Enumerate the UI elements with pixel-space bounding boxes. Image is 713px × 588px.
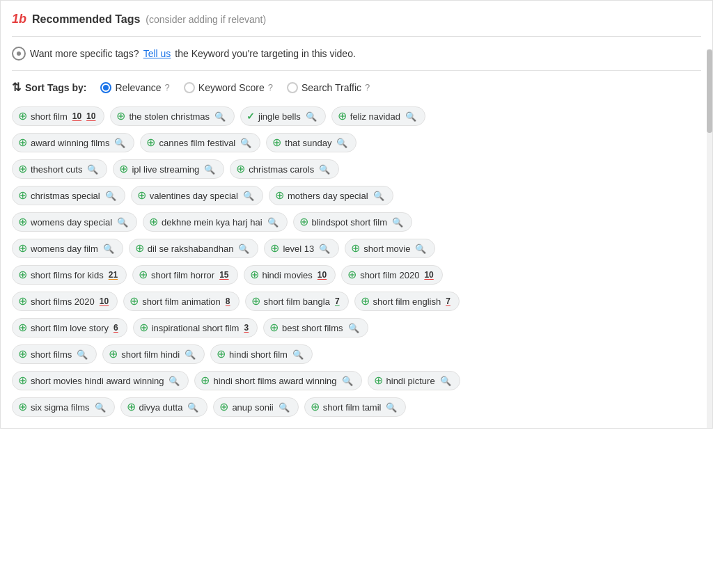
tag-pill[interactable]: ⊕short film english7: [354, 292, 460, 311]
tell-us-link[interactable]: Tell us: [143, 48, 171, 59]
tag-search-icon[interactable]: 🔍: [87, 164, 98, 175]
tag-badge: 8: [226, 296, 230, 306]
tag-pill[interactable]: ⊕christmas carols🔍: [230, 159, 339, 179]
tag-search-icon[interactable]: 🔍: [267, 217, 279, 228]
specific-tags-row: Want more specific tags? Tell us the Key…: [12, 47, 701, 71]
tag-search-icon[interactable]: 🔍: [336, 138, 347, 148]
tag-pill[interactable]: ⊕that sunday🔍: [266, 133, 356, 152]
tag-search-icon[interactable]: 🔍: [319, 244, 330, 254]
relevance-help-icon[interactable]: ?: [165, 82, 170, 93]
tag-pill[interactable]: ⊕ipl live streaming🔍: [113, 159, 224, 179]
tag-pill[interactable]: ⊕hindi short films award winning🔍: [194, 371, 361, 390]
tag-search-icon[interactable]: 🔍: [240, 138, 251, 148]
tag-pill[interactable]: ⊕short film 202010: [341, 265, 443, 285]
scrollbar-thumb[interactable]: [707, 49, 712, 133]
tag-add-icon: ⊕: [18, 322, 27, 333]
tag-pill[interactable]: ⊕short film bangla7: [245, 292, 349, 311]
tag-pill[interactable]: ⊕short films 202010: [12, 292, 118, 311]
sort-relevance-option[interactable]: Relevance ?: [100, 82, 169, 93]
tag-label: short films 2020: [31, 296, 95, 307]
tag-search-icon[interactable]: 🔍: [77, 349, 88, 360]
keyword-score-radio[interactable]: [184, 82, 195, 93]
tag-pill[interactable]: ⊕six sigma films🔍: [12, 397, 115, 417]
tags-row-10: ⊕short movies hindi award winning🔍⊕hindi…: [12, 371, 694, 390]
tag-pill[interactable]: ⊕short films🔍: [12, 344, 97, 364]
tag-add-icon: ⊕: [116, 111, 125, 122]
tag-label: theshort cuts: [31, 164, 82, 175]
sort-search-traffic-option[interactable]: Search Traffic ?: [287, 82, 370, 93]
tag-pill[interactable]: ⊕cannes film festival🔍: [140, 133, 260, 152]
tag-search-icon[interactable]: 🔍: [392, 217, 403, 228]
tag-search-icon[interactable]: 🔍: [279, 402, 290, 413]
tag-pill[interactable]: ⊕mothers day special🔍: [269, 186, 393, 205]
tag-pill[interactable]: ⊕level 13🔍: [264, 239, 339, 258]
tag-add-icon: ⊕: [18, 296, 27, 307]
tag-pill[interactable]: ⊕inspirational short film3: [133, 318, 258, 337]
tag-search-icon[interactable]: 🔍: [348, 323, 359, 333]
tag-search-icon[interactable]: 🔍: [319, 164, 330, 175]
tag-pill[interactable]: ⊕best short films🔍: [263, 318, 368, 337]
keyword-score-help-icon[interactable]: ?: [268, 82, 273, 93]
tag-pill[interactable]: ⊕blindspot short film🔍: [293, 212, 412, 232]
tag-search-icon[interactable]: 🔍: [105, 191, 116, 201]
tag-search-icon[interactable]: 🔍: [440, 376, 451, 386]
keyword-score-label: Keyword Score: [198, 82, 265, 93]
tag-search-icon[interactable]: 🔍: [243, 191, 254, 201]
tag-search-icon[interactable]: 🔍: [405, 111, 416, 122]
tag-pill[interactable]: ⊕dekhne mein kya harj hai🔍: [143, 212, 288, 232]
tag-pill[interactable]: ⊕short film love story6: [12, 318, 127, 337]
tag-search-icon[interactable]: 🔍: [386, 402, 397, 413]
tag-search-icon[interactable]: 🔍: [204, 164, 215, 175]
tag-pill[interactable]: ⊕womens day special🔍: [12, 212, 137, 232]
tag-search-icon[interactable]: 🔍: [103, 244, 114, 254]
sort-keyword-score-option[interactable]: Keyword Score ?: [184, 82, 273, 93]
tag-pill[interactable]: ⊕christmas special🔍: [12, 186, 125, 205]
tag-search-icon[interactable]: 🔍: [306, 111, 317, 122]
tag-add-icon: ⊕: [299, 216, 308, 228]
search-traffic-radio[interactable]: [287, 82, 298, 93]
tag-search-icon[interactable]: 🔍: [95, 402, 106, 413]
tag-label: hindi picture: [386, 376, 435, 386]
search-traffic-help-icon[interactable]: ?: [365, 82, 370, 93]
tag-pill[interactable]: ⊕short film animation8: [123, 292, 239, 311]
tag-search-icon[interactable]: 🔍: [342, 376, 353, 386]
tag-pill[interactable]: ⊕the stolen christmas🔍: [110, 106, 235, 126]
tag-search-icon[interactable]: 🔍: [292, 349, 304, 360]
tag-pill[interactable]: ⊕theshort cuts🔍: [12, 159, 107, 179]
tag-pill[interactable]: ⊕anup sonii🔍: [213, 397, 298, 417]
tag-search-icon[interactable]: 🔍: [185, 349, 196, 360]
tag-pill[interactable]: ⊕divya dutta🔍: [120, 397, 208, 417]
tag-pill[interactable]: ⊕feliz navidad🔍: [331, 106, 425, 126]
tag-pill[interactable]: ⊕hindi picture🔍: [368, 371, 460, 390]
tag-pill[interactable]: ⊕short movie🔍: [345, 239, 435, 258]
tag-pill[interactable]: ⊕dil se rakshabandhan🔍: [129, 239, 259, 258]
relevance-radio[interactable]: [100, 82, 111, 93]
tag-search-icon[interactable]: 🔍: [238, 244, 249, 254]
tag-pill[interactable]: ⊕womens day film🔍: [12, 239, 123, 258]
tag-add-icon: ⊕: [127, 402, 136, 413]
tag-pill[interactable]: ⊕short movies hindi award winning🔍: [12, 371, 189, 390]
tag-search-icon[interactable]: 🔍: [214, 111, 226, 122]
tag-search-icon[interactable]: 🔍: [373, 191, 384, 201]
scrollbar-track: [707, 49, 712, 428]
tag-pill[interactable]: ⊕short films for kids21: [12, 265, 127, 285]
tag-pill[interactable]: ⊕short film tamil🔍: [304, 397, 407, 417]
tag-add-icon: ⊕: [269, 322, 279, 333]
tag-pill[interactable]: ⊕award winning films🔍: [12, 133, 134, 152]
tag-label: short film 2020: [360, 270, 419, 280]
tag-search-icon[interactable]: 🔍: [117, 217, 128, 228]
tag-pill[interactable]: ⊕hindi short film🔍: [210, 344, 313, 364]
tag-pill[interactable]: ⊕hindi movies10: [244, 265, 336, 285]
tag-pill[interactable]: ⊕valentines day special🔍: [131, 186, 263, 205]
tag-search-icon[interactable]: 🔍: [415, 244, 426, 254]
tag-label: short film horror: [151, 270, 214, 280]
tag-pill[interactable]: ⊕short film horror15: [132, 265, 237, 285]
tags-row-1: ⊕award winning films🔍⊕cannes film festiv…: [12, 133, 694, 152]
tag-pill[interactable]: ⊕short film hindi🔍: [102, 344, 205, 364]
tag-add-icon: ⊕: [18, 269, 27, 280]
tag-search-icon[interactable]: 🔍: [169, 376, 180, 386]
tag-pill[interactable]: ✓jingle bells🔍: [240, 106, 326, 126]
tag-pill[interactable]: ⊕short film1010: [12, 106, 104, 126]
tag-search-icon[interactable]: 🔍: [114, 138, 125, 148]
tag-search-icon[interactable]: 🔍: [187, 402, 198, 413]
